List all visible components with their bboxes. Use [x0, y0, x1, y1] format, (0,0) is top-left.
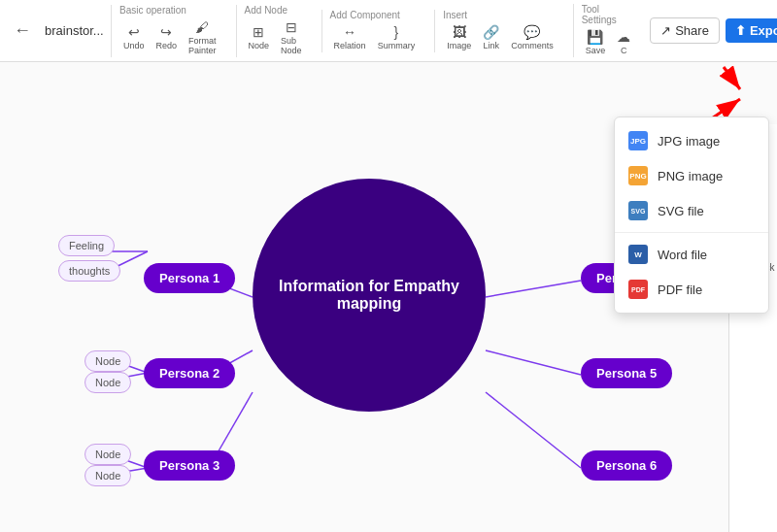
jpg-label: JPG image	[658, 134, 720, 149]
relation-button[interactable]: ↔Relation	[330, 22, 370, 52]
document-title: brainstor...	[45, 23, 103, 38]
node-button[interactable]: ⊞Node	[245, 22, 274, 52]
link-button[interactable]: 🔗Link	[479, 22, 503, 52]
node-label-4: Node	[84, 465, 131, 486]
back-button[interactable]: ←	[8, 17, 37, 45]
persona-6-node[interactable]: Persona 6	[581, 450, 672, 481]
toolbar: ← brainstor... Basic operation ↩Undo ↪Re…	[0, 0, 777, 62]
svg-line-13	[724, 67, 740, 89]
png-icon: PNG	[628, 166, 648, 185]
persona-3-node[interactable]: Persona 3	[144, 450, 235, 481]
svg-icon: SVG	[628, 201, 648, 220]
word-icon: W	[628, 245, 648, 264]
export-jpg-item[interactable]: JPG JPG image	[615, 123, 768, 158]
export-button[interactable]: ⬆ Export	[726, 18, 777, 43]
image-button[interactable]: 🖼Image	[443, 22, 475, 52]
pdf-icon: PDF	[628, 280, 648, 299]
basic-operation-section: Basic operation ↩Undo ↪Redo 🖌Format Pain…	[111, 5, 228, 57]
persona-5-node[interactable]: Persona 5	[581, 358, 672, 388]
comments-button[interactable]: 💬Comments	[507, 22, 557, 52]
add-node-label: Add Node	[245, 5, 287, 16]
add-node-section: Add Node ⊞Node ⊟Sub Node	[236, 5, 314, 57]
summary-button[interactable]: }Summary	[374, 22, 420, 52]
add-component-section: Add Component ↔Relation }Summary	[321, 10, 427, 52]
save-button[interactable]: 💾Save	[582, 27, 610, 57]
add-component-label: Add Component	[330, 10, 400, 20]
share-icon: ↗	[660, 23, 671, 38]
export-pdf-item[interactable]: PDF PDF file	[615, 272, 768, 307]
insert-section: Insert 🖼Image 🔗Link 💬Comments	[434, 10, 565, 52]
svg-line-10	[486, 350, 581, 375]
cloud-button[interactable]: ☁C	[613, 27, 634, 57]
pdf-label: PDF file	[658, 283, 702, 297]
center-node[interactable]: Information for Empathy mapping	[253, 179, 486, 412]
persona-2-node[interactable]: Persona 2	[144, 358, 235, 388]
export-svg-item[interactable]: SVG SVG file	[615, 193, 768, 228]
svg-line-11	[486, 392, 581, 468]
share-button[interactable]: ↗ Share	[650, 17, 720, 44]
word-label: Word file	[658, 248, 707, 262]
export-icon: ⬆	[735, 23, 746, 38]
canvas: Information for Empathy mapping Feeling …	[0, 62, 777, 532]
sub-node-button[interactable]: ⊟Sub Node	[277, 17, 306, 57]
export-dropdown: JPG JPG image PNG PNG image SVG SVG file…	[614, 116, 769, 314]
node-label-1: Node	[84, 350, 131, 372]
persona-1-node[interactable]: Persona 1	[144, 263, 235, 293]
feeling-label: Feeling	[58, 235, 115, 256]
svg-label: SVG file	[658, 204, 704, 218]
thoughts-label: thoughts	[58, 260, 120, 282]
tool-settings-label: Tool Settings	[582, 4, 635, 25]
node-label-2: Node	[84, 372, 131, 393]
export-png-item[interactable]: PNG PNG image	[615, 158, 768, 193]
svg-line-9	[486, 281, 581, 297]
redo-button[interactable]: ↪Redo	[152, 22, 182, 52]
format-painter-button[interactable]: 🖌Format Painter	[185, 17, 220, 57]
png-label: PNG image	[658, 169, 723, 183]
tool-settings-section: Tool Settings 💾Save ☁C	[573, 4, 643, 57]
toolbar-right: ↗ Share ⬆ Export	[650, 17, 777, 44]
export-word-item[interactable]: W Word file	[615, 237, 768, 272]
jpg-icon: JPG	[628, 131, 648, 150]
basic-operation-label: Basic operation	[119, 5, 186, 16]
node-label-3: Node	[84, 444, 131, 465]
insert-label: Insert	[443, 10, 467, 20]
dropdown-divider	[615, 232, 768, 233]
undo-button[interactable]: ↩Undo	[119, 22, 149, 52]
